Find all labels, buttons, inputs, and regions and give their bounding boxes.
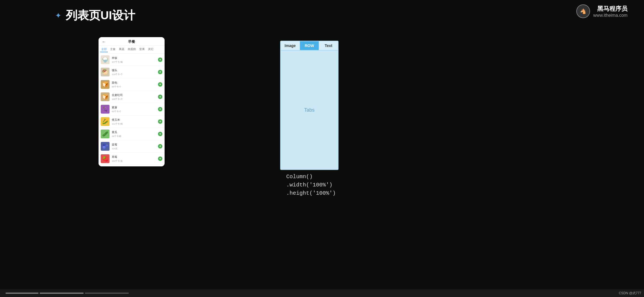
food-image: 🫐 xyxy=(101,142,110,151)
food-item: 🌽 煮玉米 111千卡/根 + xyxy=(99,116,165,128)
food-detail: 163千卡/盒 xyxy=(112,160,156,163)
food-add-button[interactable]: + xyxy=(158,95,162,99)
diagram-body-label: Tabs xyxy=(304,107,315,113)
phone-category-tabs[interactable]: 全部 主食 果蔬 肉蛋奶 坚果 其它 xyxy=(99,46,165,54)
food-detail: 111千卡/根 xyxy=(112,122,156,125)
diagram-tab-row[interactable]: ROW xyxy=(300,41,319,50)
food-detail: 116千卡/个 xyxy=(112,73,156,76)
diagram-tabs[interactable]: Image ROW Text xyxy=(281,41,338,51)
food-image: 🍞 xyxy=(101,80,110,89)
tab-staple[interactable]: 主食 xyxy=(109,47,117,52)
food-name: 煮玉米 xyxy=(112,118,156,122)
food-add-button[interactable]: + xyxy=(158,119,162,124)
page-title: 列表页UI设计 xyxy=(66,8,135,23)
bottom-label: CSDN @武777 xyxy=(616,291,644,296)
bottom-bar: CSDN @武777 xyxy=(0,289,644,297)
code-line-1: Column() xyxy=(286,173,336,181)
food-name: 黄瓜 xyxy=(112,130,156,134)
food-image: 🍞 xyxy=(101,92,110,101)
food-info: 紫薯 63千卡/个 xyxy=(112,106,156,113)
food-info: 蓝莓 114克 xyxy=(112,143,156,150)
food-name: 蓝莓 xyxy=(112,143,156,147)
food-detail: 85千卡/个 xyxy=(112,85,156,88)
food-image: 🥒 xyxy=(101,130,110,138)
tab-all[interactable]: 全部 xyxy=(100,47,108,52)
food-image: 🍓 xyxy=(101,154,110,163)
diagram-panel: Image ROW Text Tabs xyxy=(280,41,339,170)
tab-veg[interactable]: 果蔬 xyxy=(118,47,125,52)
food-item: 🍞 面包 85千卡/个 + xyxy=(99,78,165,91)
code-line-2: .width('100%') xyxy=(286,181,336,189)
food-add-button[interactable]: + xyxy=(158,57,162,62)
tab-nuts[interactable]: 坚果 xyxy=(138,47,146,52)
food-info: 全麦吐司 189千卡/片 xyxy=(112,93,156,101)
food-image: 🥙 xyxy=(101,68,110,76)
code-block: Column() .width('100%') .height('100%') xyxy=(286,173,336,197)
back-icon[interactable]: ← xyxy=(102,39,106,44)
food-detail: 114克 xyxy=(112,147,156,150)
scrollbar-seg-1[interactable] xyxy=(6,293,39,294)
scrollbar-seg-3[interactable] xyxy=(85,293,129,294)
food-image: 🍇 xyxy=(101,105,110,114)
food-image: 🍚 xyxy=(101,55,110,64)
logo-sub-text: www.itheima.com xyxy=(593,13,627,18)
food-add-button[interactable]: + xyxy=(158,70,162,74)
code-line-3: .height('100%') xyxy=(286,189,336,197)
food-item: 🥙 馒头 116千卡/个 + xyxy=(99,66,165,78)
phone-header: ← 早餐 xyxy=(99,37,165,46)
food-item: 🍞 全麦吐司 189千卡/片 + xyxy=(99,91,165,103)
food-add-button[interactable]: + xyxy=(158,144,162,148)
food-list: 🍚 米饭 107千卡/碗 + 🥙 馒头 116千卡/个 + 🍞 面包 85千卡/… xyxy=(99,54,165,166)
food-info: 馒头 116千卡/个 xyxy=(112,68,156,76)
food-info: 黄瓜 28千卡/根 xyxy=(112,130,156,138)
diagram-tab-image[interactable]: Image xyxy=(281,41,300,50)
food-info: 面包 85千卡/个 xyxy=(112,81,156,88)
food-name: 紫薯 xyxy=(112,106,156,109)
food-image: 🌽 xyxy=(101,117,110,126)
logo-area: 🐴 黑马程序员 www.itheima.com xyxy=(576,4,627,18)
food-detail: 107千卡/碗 xyxy=(112,61,156,64)
title-icon: ✦ xyxy=(55,11,61,20)
food-item: 🍚 米饭 107千卡/碗 + xyxy=(99,54,165,66)
food-item: 🥒 黄瓜 28千卡/根 + xyxy=(99,128,165,140)
food-name: 草莓 xyxy=(112,155,156,159)
logo-circle-icon: 🐴 xyxy=(576,4,590,18)
phone-mockup: ← 早餐 全部 主食 果蔬 肉蛋奶 坚果 其它 🍚 米饭 107千卡/碗 + 🥙… xyxy=(99,37,165,166)
food-name: 米饭 xyxy=(112,56,156,60)
food-name: 全麦吐司 xyxy=(112,93,156,97)
food-name: 馒头 xyxy=(112,68,156,72)
diagram-tab-text[interactable]: Text xyxy=(319,41,338,50)
food-item: 🐉 火龙果 100千卡/个 + xyxy=(99,165,165,166)
logo-text-block: 黑马程序员 www.itheima.com xyxy=(593,5,627,18)
scrollbar-seg-2[interactable] xyxy=(40,293,84,294)
food-add-button[interactable]: + xyxy=(158,82,162,87)
logo-main-text: 黑马程序员 xyxy=(593,5,627,13)
food-add-button[interactable]: + xyxy=(158,132,162,136)
diagram-body: Tabs xyxy=(281,51,338,169)
food-item: 🍇 紫薯 63千卡/个 + xyxy=(99,103,165,116)
phone-screen-title: 早餐 xyxy=(128,39,135,44)
food-info: 米饭 107千卡/碗 xyxy=(112,56,156,64)
food-name: 面包 xyxy=(112,81,156,85)
food-info: 草莓 163千卡/盒 xyxy=(112,155,156,163)
title-area: ✦ 列表页UI设计 xyxy=(55,8,135,23)
food-add-button[interactable]: + xyxy=(158,107,162,111)
food-detail: 63千卡/个 xyxy=(112,110,156,113)
tab-dairy[interactable]: 肉蛋奶 xyxy=(127,47,137,52)
food-detail: 189千卡/片 xyxy=(112,98,156,101)
food-item: 🫐 蓝莓 114克 + xyxy=(99,140,165,153)
food-item: 🍓 草莓 163千卡/盒 + xyxy=(99,153,165,165)
food-add-button[interactable]: + xyxy=(158,156,162,161)
food-detail: 28千卡/根 xyxy=(112,135,156,138)
food-info: 煮玉米 111千卡/根 xyxy=(112,118,156,125)
tab-other[interactable]: 其它 xyxy=(147,47,155,52)
